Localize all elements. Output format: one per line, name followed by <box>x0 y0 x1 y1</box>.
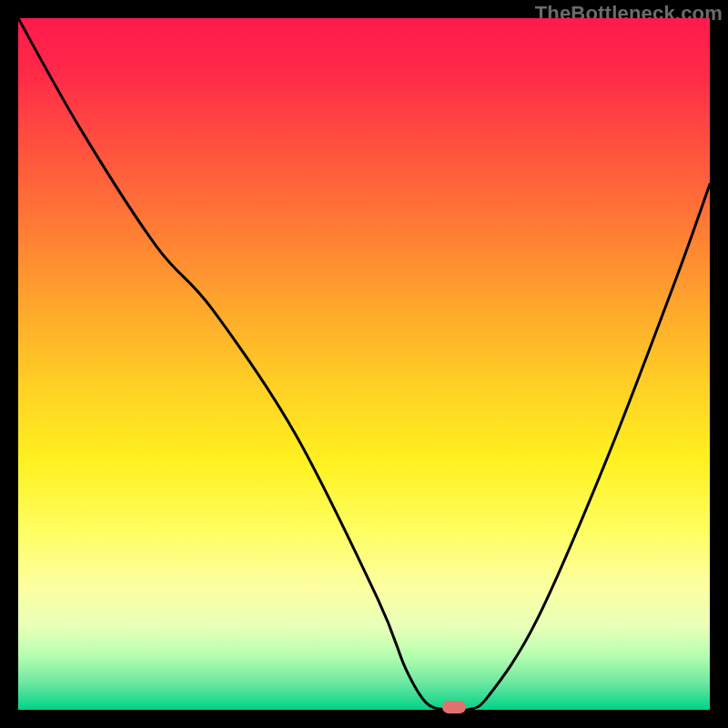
optimal-marker <box>442 701 466 713</box>
plot-area <box>18 18 710 710</box>
chart-frame: TheBottleneck.com <box>0 0 728 728</box>
bottleneck-curve <box>18 18 710 710</box>
